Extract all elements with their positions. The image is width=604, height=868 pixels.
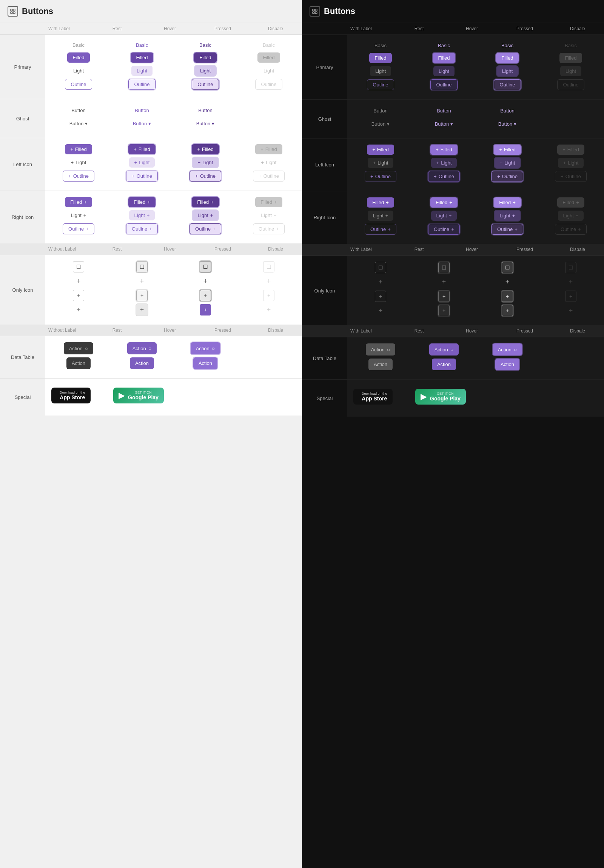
dark-basic-rest[interactable]: Basic xyxy=(371,41,390,50)
app-store-button[interactable]: Download on the App Store xyxy=(51,388,91,403)
dark-right-filled-pressed[interactable]: Filled+ xyxy=(494,197,521,208)
dark-right-outline-pressed[interactable]: Outline+ xyxy=(492,224,523,235)
ghost-rest[interactable]: Button xyxy=(66,105,91,115)
left-outline-rest[interactable]: +Outline xyxy=(63,170,95,181)
dark-bottom-plus-rest[interactable]: + xyxy=(375,305,386,316)
dark-light-rest[interactable]: Light xyxy=(370,66,391,76)
dark-plus-naked-hover[interactable]: + xyxy=(438,276,450,288)
dark-filled-rest[interactable]: Filled xyxy=(369,53,391,63)
bottom-plus-hover[interactable]: + xyxy=(136,304,148,316)
dark-filled-hover[interactable]: Filled xyxy=(433,53,455,63)
dark-sq-rest[interactable]: ☐ xyxy=(375,262,386,273)
dark-bottom-plus-pressed[interactable]: + xyxy=(502,305,513,316)
ghost-pressed[interactable]: Button xyxy=(193,105,218,115)
outline-hover[interactable]: Outline xyxy=(128,79,155,90)
dark-outline-rest[interactable]: Outline xyxy=(367,79,394,90)
filled-rest[interactable]: Filled xyxy=(67,53,90,63)
dark-dt-plain-pressed[interactable]: Action xyxy=(495,358,519,370)
light-pressed[interactable]: Light xyxy=(195,66,216,76)
dark-filled-pressed[interactable]: Filled xyxy=(496,53,518,63)
dark-right-filled-rest[interactable]: Filled+ xyxy=(367,197,394,208)
dt-circle-pressed[interactable]: Action ○ xyxy=(191,342,220,354)
ghost-hover[interactable]: Button xyxy=(129,105,154,115)
dark-ghost-pressed[interactable]: Button xyxy=(495,106,520,116)
light-rest[interactable]: Light xyxy=(68,66,89,76)
left-light-rest[interactable]: +Light xyxy=(66,157,92,167)
dark-basic-hover[interactable]: Basic xyxy=(435,41,453,50)
dark-right-light-rest[interactable]: Light+ xyxy=(368,211,394,221)
dark-dt-circle-hover[interactable]: Action ○ xyxy=(429,343,459,355)
dark-left-filled-hover[interactable]: +Filled xyxy=(430,144,458,155)
light-hover[interactable]: Light xyxy=(131,66,152,76)
dark-right-light-pressed[interactable]: Light+ xyxy=(495,211,520,221)
play-store-button[interactable]: ▶ GET IT ON Google Play xyxy=(113,388,164,403)
dark-left-outline-rest[interactable]: +Outline xyxy=(365,171,396,182)
dark-left-light-rest[interactable]: +Light xyxy=(368,158,394,168)
dark-play-store-button[interactable]: ▶ GET IT ON Google Play xyxy=(415,389,466,405)
dark-left-filled-pressed[interactable]: +Filled xyxy=(494,144,521,155)
dark-right-light-hover[interactable]: Light+ xyxy=(431,211,457,221)
ghost-dropdown-pressed[interactable]: Button ▾ xyxy=(191,118,220,129)
right-outline-pressed[interactable]: Outline+ xyxy=(189,223,221,234)
right-filled-pressed[interactable]: Filled+ xyxy=(192,197,219,207)
plus-outline-pressed[interactable]: + xyxy=(200,290,211,301)
dark-ghost-dd-pressed[interactable]: Button ▾ xyxy=(493,119,522,129)
plus-outline-hover[interactable]: + xyxy=(136,290,148,301)
dark-left-light-hover[interactable]: +Light xyxy=(431,158,457,168)
right-light-hover[interactable]: Light+ xyxy=(129,210,155,220)
plus-naked-rest[interactable]: + xyxy=(73,276,84,287)
dark-dt-plain-rest[interactable]: Action xyxy=(368,358,393,370)
dt-plain-pressed[interactable]: Action xyxy=(193,357,217,369)
dark-ghost-hover[interactable]: Button xyxy=(432,106,456,116)
dark-light-hover[interactable]: Light xyxy=(433,66,455,76)
filled-hover[interactable]: Filled xyxy=(130,53,153,63)
dark-left-outline-pressed[interactable]: +Outline xyxy=(492,171,523,182)
left-outline-hover[interactable]: +Outline xyxy=(126,170,158,181)
left-light-hover[interactable]: +Light xyxy=(129,157,155,167)
left-filled-hover[interactable]: +Filled xyxy=(128,144,155,154)
dark-basic-pressed[interactable]: Basic xyxy=(498,41,516,50)
dark-light-pressed[interactable]: Light xyxy=(497,66,518,76)
bottom-plus-rest[interactable]: + xyxy=(73,304,84,316)
dark-sq-pressed[interactable]: ☐ xyxy=(502,262,513,273)
dark-dt-circle-rest[interactable]: Action ○ xyxy=(366,343,396,355)
outline-rest[interactable]: Outline xyxy=(65,79,92,90)
dt-plain-rest[interactable]: Action xyxy=(67,357,91,369)
bottom-plus-pressed[interactable]: + xyxy=(200,304,211,316)
dark-ghost-dd-rest[interactable]: Button ▾ xyxy=(366,119,395,129)
dark-plus-naked-rest[interactable]: + xyxy=(375,276,386,288)
dark-ghost-dd-hover[interactable]: Button ▾ xyxy=(430,119,459,129)
dt-plain-hover[interactable]: Action xyxy=(130,357,154,369)
ghost-dropdown-rest[interactable]: Button ▾ xyxy=(64,118,93,129)
dark-left-light-pressed[interactable]: +Light xyxy=(495,158,520,168)
dark-outline-hover[interactable]: Outline xyxy=(430,79,457,90)
dark-right-outline-rest[interactable]: Outline+ xyxy=(365,224,396,235)
right-light-rest[interactable]: Light+ xyxy=(66,210,92,220)
sq-pressed[interactable]: ☐ xyxy=(200,261,211,273)
right-outline-hover[interactable]: Outline+ xyxy=(126,223,158,234)
dark-dt-circle-pressed[interactable]: Action ○ xyxy=(493,343,522,355)
right-filled-hover[interactable]: Filled+ xyxy=(128,197,155,207)
basic-hover[interactable]: Basic xyxy=(133,41,151,50)
dark-sq-hover[interactable]: ☐ xyxy=(438,262,450,273)
dt-circle-rest[interactable]: Action ○ xyxy=(64,342,94,354)
sq-hover[interactable]: ☐ xyxy=(136,261,148,273)
plus-naked-hover[interactable]: + xyxy=(136,276,148,287)
dark-right-filled-hover[interactable]: Filled+ xyxy=(430,197,458,208)
ghost-dropdown-hover[interactable]: Button ▾ xyxy=(127,118,157,129)
plus-naked-pressed[interactable]: + xyxy=(200,276,211,287)
left-filled-rest[interactable]: +Filled xyxy=(65,144,92,154)
dark-left-filled-rest[interactable]: +Filled xyxy=(367,144,394,155)
dt-circle-hover[interactable]: Action ○ xyxy=(127,342,157,354)
left-filled-pressed[interactable]: +Filled xyxy=(192,144,219,154)
dark-ghost-rest[interactable]: Button xyxy=(368,106,393,116)
dark-plus-naked-pressed[interactable]: + xyxy=(502,276,513,288)
basic-pressed[interactable]: Basic xyxy=(196,41,214,50)
right-light-pressed[interactable]: Light+ xyxy=(193,210,219,220)
right-filled-rest[interactable]: Filled+ xyxy=(65,197,92,207)
outline-pressed[interactable]: Outline xyxy=(192,79,219,90)
filled-pressed[interactable]: Filled xyxy=(194,53,216,63)
dark-plus-outline-pressed[interactable]: + xyxy=(502,291,513,302)
left-light-pressed[interactable]: +Light xyxy=(193,157,219,167)
dark-plus-outline-hover[interactable]: + xyxy=(438,291,450,302)
